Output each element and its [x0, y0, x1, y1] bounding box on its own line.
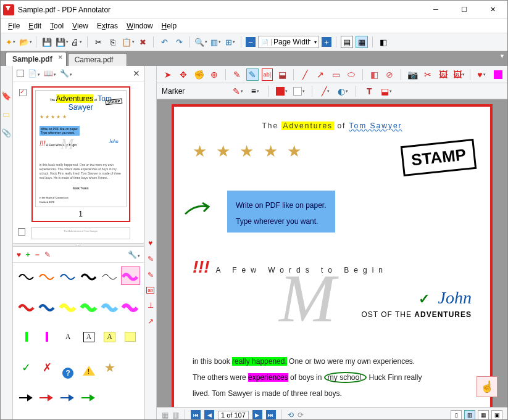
image-add-icon[interactable]: 🖼 [452, 68, 465, 81]
view-book-button[interactable]: ▣ [491, 410, 502, 420]
fav-item[interactable]: ★ [100, 358, 120, 377]
fav-item[interactable]: ✓ [17, 358, 36, 377]
thumb-checkbox[interactable] [18, 228, 25, 236]
redo-icon[interactable]: ↷ [173, 36, 185, 48]
copy-icon[interactable]: ⎘ [107, 36, 119, 48]
view-facing-button[interactable]: ▦ [478, 410, 489, 420]
color-swatch[interactable] [494, 70, 502, 79]
fullscreen-icon[interactable]: ◧ [377, 36, 389, 48]
fav-item[interactable]: A [58, 327, 78, 346]
fav-item[interactable] [17, 266, 36, 285]
tab-camera[interactable]: Camera.pdf [68, 53, 128, 66]
pan-icon[interactable]: ✊ [193, 68, 205, 81]
delete-icon[interactable]: ✖ [136, 36, 149, 48]
plus-icon[interactable]: + [26, 250, 30, 259]
line-style-icon[interactable]: ╱ [319, 85, 331, 97]
menu-tool[interactable]: Tool [46, 20, 67, 31]
fav-wrench-icon[interactable]: 🔧 [128, 250, 140, 259]
menu-window[interactable]: Window [123, 20, 157, 31]
pointer-icon[interactable]: ➤ [162, 68, 174, 81]
edit-fav-icon[interactable]: ✎ [44, 250, 51, 259]
view-continuous-button[interactable]: ▥ [464, 410, 475, 420]
fav-item[interactable] [58, 297, 78, 316]
fav-item[interactable] [79, 266, 99, 285]
print-icon[interactable]: 🖨 [70, 36, 83, 48]
pen-style-icon[interactable]: ✎ [231, 85, 244, 97]
fav-item[interactable]: ! [79, 358, 99, 377]
open-icon[interactable]: 📂 [19, 36, 31, 48]
document-viewport[interactable]: The Adventures of Tom Sawyer ★ ★ ★ ★ ★ S… [157, 99, 507, 407]
book-menu-icon[interactable]: 📖 [44, 69, 56, 78]
menu-help[interactable]: Help [158, 20, 181, 31]
capture-icon[interactable]: ▥ [209, 36, 222, 48]
zoom-tool-icon[interactable]: ⊕ [208, 68, 220, 81]
menu-file[interactable]: File [4, 20, 23, 31]
new-icon[interactable]: ✦ [4, 36, 17, 48]
align-icon[interactable]: ⬓ [380, 85, 393, 97]
zoom-input[interactable] [272, 38, 312, 46]
minus-icon[interactable]: − [35, 250, 40, 259]
crop-icon[interactable]: ✂ [422, 68, 434, 81]
search-icon[interactable]: 🔍 [194, 36, 207, 48]
heart-icon[interactable]: ♥ [17, 250, 21, 259]
width-icon[interactable]: ≡ [249, 85, 261, 97]
tab-close-icon[interactable]: ✕ [58, 54, 63, 60]
heart-icon[interactable]: ♥ [148, 239, 152, 247]
fav-item[interactable] [37, 266, 57, 285]
last-page-button[interactable]: ⏭ [266, 410, 276, 420]
save-as-icon[interactable]: 💾 [56, 36, 68, 48]
fav-item[interactable]: ? [62, 368, 73, 379]
fav-item[interactable] [58, 389, 78, 407]
wrench-icon[interactable]: 🔧 [60, 69, 72, 78]
zoom-out-icon[interactable]: − [246, 37, 256, 47]
pen-icon[interactable]: ✎ [148, 255, 154, 263]
fav-item[interactable] [37, 327, 57, 346]
fav-item[interactable] [100, 266, 120, 285]
tab-sample[interactable]: Sample.pdf ✕ [6, 52, 67, 66]
thumbnail-pane[interactable]: The Adventures of Tom Sawyer ★ ★ ★ ★ ★ S… [13, 81, 144, 243]
close-button[interactable]: ✕ [485, 6, 500, 14]
rect-tool-icon[interactable]: ▭ [330, 68, 342, 81]
fav-item[interactable]: A [79, 327, 99, 346]
checkbox-icon[interactable] [17, 70, 24, 77]
camera-icon[interactable]: 📷 [406, 68, 418, 81]
fav-item[interactable] [17, 297, 36, 316]
prev-page-button[interactable]: ◀ [204, 410, 214, 420]
page-setup2-icon[interactable]: ▥ [172, 411, 179, 419]
first-page-button[interactable]: ⏮ [191, 410, 201, 420]
maximize-button[interactable]: ☐ [457, 6, 472, 14]
tabs-dropdown-icon[interactable]: ▼ [499, 53, 505, 59]
fav-item[interactable] [79, 297, 99, 316]
view-single-button[interactable]: ▯ [451, 410, 462, 420]
image-icon[interactable]: 🖼 [437, 68, 449, 81]
fav-item[interactable] [79, 389, 99, 407]
layout1-icon[interactable]: ▤ [341, 36, 353, 48]
fav-item[interactable] [58, 266, 78, 285]
marker-icon[interactable]: ✎ [148, 271, 154, 279]
zoom-in-icon[interactable]: + [322, 37, 331, 47]
arrow-icon[interactable]: ↗ [148, 317, 154, 326]
fav-item[interactable] [100, 297, 120, 316]
zoom-selector[interactable]: 📄 ▾ [258, 36, 319, 48]
fav-item[interactable] [37, 297, 57, 316]
page-setup-icon[interactable]: ▦ [162, 411, 169, 419]
menu-edit[interactable]: Edit [25, 20, 45, 31]
thumb-checkbox[interactable] [19, 89, 27, 96]
fav-item[interactable] [121, 297, 141, 316]
text-tool-icon[interactable]: ab| [262, 68, 273, 81]
fav-item[interactable] [17, 327, 36, 346]
panel-close-icon[interactable]: ✕ [133, 68, 140, 78]
page-indicator[interactable]: 1 of 107 [218, 411, 249, 419]
attachment-icon[interactable]: 📎 [1, 128, 11, 138]
thumbnail-1[interactable]: The Adventures of Tom Sawyer ★ ★ ★ ★ ★ S… [31, 86, 130, 222]
marker-tool-icon[interactable]: ✎ [246, 68, 259, 81]
layout2-icon[interactable]: ▦ [356, 36, 368, 48]
fill-none-icon[interactable] [293, 85, 305, 97]
stamp-tool-icon[interactable]: ⬓ [276, 68, 288, 81]
arrow-tool-icon[interactable]: ↗ [314, 68, 327, 81]
minimize-button[interactable]: ─ [428, 6, 443, 14]
opacity-icon[interactable]: ◐ [336, 85, 349, 97]
eraser-icon[interactable]: ◧ [368, 68, 380, 81]
fav-item[interactable] [37, 389, 57, 407]
paste-icon[interactable]: 📋 [122, 36, 134, 48]
